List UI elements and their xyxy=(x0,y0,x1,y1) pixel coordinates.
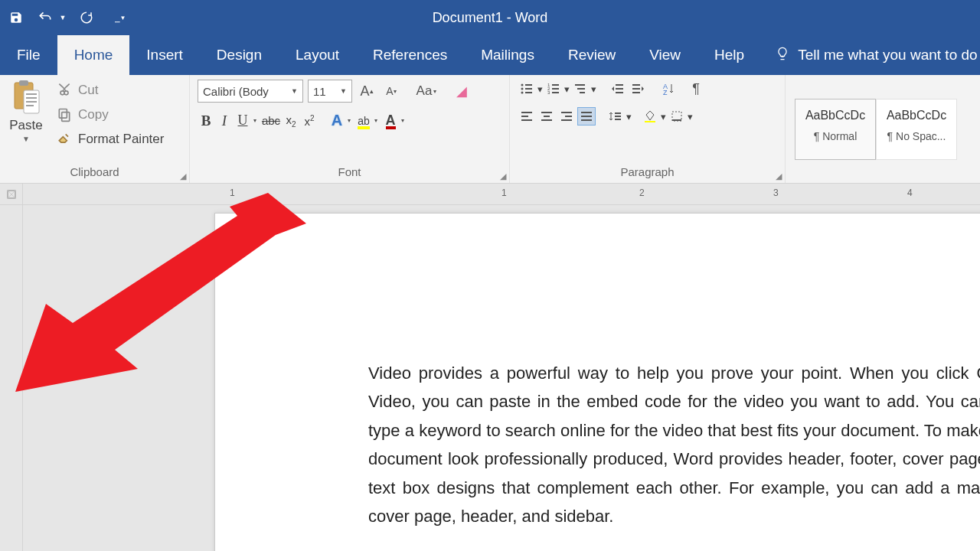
tab-mailings[interactable]: Mailings xyxy=(464,35,551,75)
highlight-dropdown[interactable]: ▾ xyxy=(374,117,377,124)
clear-formatting-button[interactable]: ◢ xyxy=(452,81,472,101)
svg-point-13 xyxy=(521,92,524,94)
underline-button[interactable]: U xyxy=(234,112,251,129)
group-paragraph: ▾ 123 ▾ ▾ AZ ¶ ▾ xyxy=(510,75,786,183)
paragraph-launcher[interactable]: ◢ xyxy=(776,171,782,181)
svg-text:3: 3 xyxy=(547,90,550,95)
tell-me-label: Tell me what you want to do xyxy=(798,47,977,64)
decrease-font-button[interactable]: A▾ xyxy=(381,81,401,101)
redo-button[interactable] xyxy=(77,8,96,28)
group-clipboard: Paste ▼ Cut Copy Format Painter Clipboar… xyxy=(0,75,190,183)
decrease-indent-button[interactable] xyxy=(609,80,627,98)
align-left-button[interactable] xyxy=(518,107,536,126)
tab-view[interactable]: View xyxy=(632,35,697,75)
borders-dropdown[interactable]: ▾ xyxy=(688,111,693,122)
change-case-button[interactable]: Aa▾ xyxy=(416,81,436,101)
tab-references[interactable]: References xyxy=(356,35,464,75)
svg-rect-40 xyxy=(561,119,572,121)
paragraph-group-label: Paragraph xyxy=(513,165,782,180)
svg-rect-49 xyxy=(672,119,681,121)
paste-label: Paste xyxy=(3,118,49,133)
numbering-button[interactable]: 123 xyxy=(544,80,563,98)
font-size-combo[interactable]: 11▼ xyxy=(308,80,352,103)
svg-point-11 xyxy=(521,88,524,90)
font-launcher[interactable]: ◢ xyxy=(500,171,506,181)
underline-dropdown[interactable]: ▾ xyxy=(253,117,256,124)
svg-rect-47 xyxy=(645,121,655,122)
shading-dropdown[interactable]: ▾ xyxy=(661,111,666,122)
shading-button[interactable] xyxy=(641,107,659,126)
style-no-spacing[interactable]: AaBbCcDc ¶ No Spac... xyxy=(876,99,957,160)
document-canvas[interactable]: Video provides a powerful way to help yo… xyxy=(23,205,980,551)
copy-button[interactable]: Copy xyxy=(54,103,167,127)
numbering-dropdown[interactable]: ▾ xyxy=(564,83,570,95)
save-button[interactable] xyxy=(6,8,26,28)
lightbulb-icon xyxy=(775,46,790,65)
svg-rect-23 xyxy=(580,92,585,93)
superscript-button[interactable]: x2 xyxy=(301,114,318,128)
qat-customize[interactable]: ⎯▼ xyxy=(110,8,130,28)
tab-home[interactable]: Home xyxy=(57,35,130,75)
clipboard-launcher[interactable]: ◢ xyxy=(180,171,186,181)
tab-review[interactable]: Review xyxy=(551,35,632,75)
borders-button[interactable] xyxy=(668,107,686,126)
tab-help[interactable]: Help xyxy=(697,35,761,75)
svg-rect-8 xyxy=(59,109,67,119)
align-justify-button[interactable] xyxy=(577,107,596,126)
format-painter-button[interactable]: Format Painter xyxy=(54,127,167,152)
svg-rect-24 xyxy=(616,84,623,86)
svg-rect-42 xyxy=(581,116,592,117)
svg-rect-21 xyxy=(575,84,585,86)
svg-rect-27 xyxy=(632,84,640,86)
style-normal[interactable]: AaBbCcDc ¶ Normal xyxy=(795,99,876,160)
title-bar: ▼ ⎯▼ Document1 - Word xyxy=(0,0,980,35)
align-right-button[interactable] xyxy=(557,107,576,126)
increase-indent-button[interactable] xyxy=(629,80,647,98)
svg-rect-25 xyxy=(616,88,623,90)
undo-button[interactable] xyxy=(35,8,55,28)
ruler-corner[interactable] xyxy=(0,184,23,205)
line-spacing-dropdown[interactable]: ▾ xyxy=(626,111,632,122)
page[interactable]: Video provides a powerful way to help yo… xyxy=(214,213,980,551)
paste-dropdown[interactable]: ▼ xyxy=(3,135,49,143)
show-hide-button[interactable]: ¶ xyxy=(687,80,705,98)
ribbon: Paste ▼ Cut Copy Format Painter Clipboar… xyxy=(0,75,980,184)
svg-point-9 xyxy=(521,84,524,86)
tab-insert[interactable]: Insert xyxy=(129,35,200,75)
svg-rect-44 xyxy=(615,112,621,114)
tell-me-search[interactable]: Tell me what you want to do xyxy=(761,35,977,75)
horizontal-ruler[interactable]: 1 1 2 3 4 xyxy=(0,184,980,205)
subscript-button[interactable]: x2 xyxy=(283,113,299,129)
bullets-dropdown[interactable]: ▾ xyxy=(537,83,543,95)
paste-button[interactable]: Paste ▼ xyxy=(3,78,49,143)
svg-rect-36 xyxy=(544,116,550,117)
vertical-ruler[interactable] xyxy=(0,205,23,551)
strikethrough-button[interactable]: abc xyxy=(261,114,281,127)
multilevel-list-button[interactable] xyxy=(571,80,590,98)
svg-rect-1 xyxy=(19,80,28,86)
text-effects-dropdown[interactable]: ▾ xyxy=(348,117,351,124)
increase-font-button[interactable]: A▴ xyxy=(357,81,377,101)
tab-layout[interactable]: Layout xyxy=(279,35,356,75)
svg-rect-37 xyxy=(541,119,552,121)
undo-dropdown[interactable]: ▼ xyxy=(58,8,67,28)
font-color-button[interactable]: A xyxy=(382,112,399,129)
multilevel-dropdown[interactable]: ▾ xyxy=(591,83,596,95)
bold-button[interactable]: B xyxy=(198,112,214,129)
align-center-button[interactable] xyxy=(537,107,556,126)
italic-button[interactable]: I xyxy=(216,112,233,129)
bullets-button[interactable] xyxy=(518,80,536,98)
highlight-button[interactable]: ab xyxy=(355,115,372,127)
window-title: Document1 - Word xyxy=(0,0,980,35)
font-name-combo[interactable]: Calibri (Body▼ xyxy=(198,80,303,103)
tab-design[interactable]: Design xyxy=(200,35,279,75)
text-effects-button[interactable]: A xyxy=(328,112,345,129)
tab-file[interactable]: File xyxy=(0,35,57,75)
sort-button[interactable]: AZ xyxy=(659,80,678,98)
svg-rect-32 xyxy=(521,112,532,113)
cut-button[interactable]: Cut xyxy=(54,78,167,103)
group-font: Calibri (Body▼ 11▼ A▴ A▾ Aa▾ ◢ B I U ▾ a… xyxy=(190,75,510,183)
font-color-dropdown[interactable]: ▾ xyxy=(401,117,404,124)
document-body-text[interactable]: Video provides a powerful way to help yo… xyxy=(368,359,980,530)
line-spacing-button[interactable] xyxy=(606,107,625,126)
